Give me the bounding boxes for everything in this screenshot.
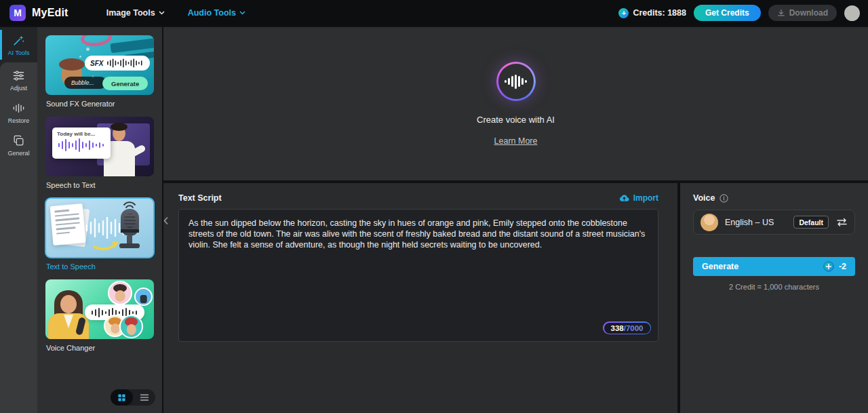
- waveform-icon: [496, 62, 536, 101]
- text-script-panel: Text Script Import As the sun dipped bel…: [163, 183, 677, 413]
- thumbnail-label: Sound FX Generator: [46, 100, 154, 108]
- character-count-badge: 338 /7000: [603, 321, 651, 334]
- brand-name: MyEdit: [32, 7, 68, 19]
- chevron-left-icon: [163, 217, 168, 224]
- avatar-bubble: [108, 281, 132, 305]
- waveform-icon: [106, 58, 144, 68]
- rail-item-ai-tools[interactable]: AI Tools: [0, 27, 37, 62]
- generate-cost: -2: [823, 261, 846, 272]
- swap-voice-icon[interactable]: [836, 218, 848, 227]
- download-label: Download: [789, 8, 828, 18]
- speaker-figure: [113, 126, 125, 141]
- decoration: [110, 38, 154, 54]
- voice-title: Voice: [693, 193, 715, 203]
- thumbnail-voice-changer[interactable]: [45, 279, 154, 339]
- grid-icon: [117, 393, 126, 402]
- view-toggle: [111, 389, 155, 406]
- credits-balance: + Credits: 1888: [618, 8, 686, 18]
- thumbnail-sound-fx-generator[interactable]: SFX Bubble... Generate: [45, 35, 154, 95]
- collapse-sidebar-button[interactable]: [163, 212, 173, 229]
- thumbnail-label: Text to Speech: [46, 262, 154, 271]
- sliders-icon: [12, 69, 25, 82]
- rail-group: Adjust Restore General: [0, 62, 37, 413]
- character-count: 338: [611, 324, 624, 332]
- cloud-upload-icon: [619, 194, 629, 202]
- cost-value: -2: [839, 262, 846, 271]
- script-editor-box: As the sun dipped below the horizon, cas…: [178, 209, 658, 342]
- sound-arcs-icon: [121, 201, 138, 209]
- tool-library: SFX Bubble... Generate Sound FX Generato…: [37, 27, 162, 413]
- rail-item-label: Adjust: [10, 85, 27, 92]
- import-button[interactable]: Import: [619, 193, 658, 203]
- rail-item-restore[interactable]: Restore: [0, 96, 37, 129]
- myedit-logo-icon: M: [9, 5, 26, 21]
- default-badge: Default: [793, 216, 829, 229]
- credit-coin-icon: [823, 261, 834, 272]
- learn-more-link[interactable]: Learn More: [494, 136, 538, 146]
- character-limit: /7000: [624, 324, 644, 332]
- yellow-arrow-icon: [93, 237, 121, 251]
- avatar-bubble: [134, 288, 153, 306]
- rail-item-label: AI Tools: [8, 50, 30, 56]
- menu-image-tools-label: Image Tools: [106, 8, 155, 18]
- bubble-decoration: [79, 56, 81, 58]
- paper-decoration: [50, 203, 86, 245]
- credit-rate-note: 2 Credit = 1,000 characters: [693, 283, 855, 291]
- swim-ring-decoration: [80, 35, 113, 47]
- menu-audio-tools[interactable]: Audio Tools: [188, 8, 245, 18]
- microphone-illustration: [127, 236, 132, 243]
- voice-avatar: [701, 214, 718, 231]
- voice-selector-card[interactable]: English – US Default: [693, 210, 855, 235]
- info-icon[interactable]: [719, 194, 728, 203]
- bubble-decoration: [86, 47, 90, 51]
- thumbnail-text-to-speech[interactable]: [45, 198, 154, 258]
- grid-view-button[interactable]: [111, 389, 133, 406]
- top-navbar: M MyEdit Image Tools Audio Tools + Credi…: [0, 0, 868, 26]
- avatar-bubble: [119, 315, 143, 338]
- copy-layers-icon: [12, 134, 25, 147]
- script-textarea[interactable]: As the sun dipped below the horizon, cas…: [179, 210, 658, 341]
- chevron-down-icon: [159, 11, 165, 15]
- get-credits-button[interactable]: Get Credits: [694, 5, 761, 21]
- magic-wand-icon: [12, 34, 25, 47]
- category-rail: AI Tools Adjust Restore: [0, 27, 37, 413]
- purple-waveform-icon: [57, 137, 106, 153]
- chevron-down-icon: [239, 11, 245, 15]
- list-icon: [140, 393, 149, 401]
- menu-image-tools[interactable]: Image Tools: [106, 8, 165, 18]
- sfx-badge-label: SFX: [90, 60, 103, 67]
- sfx-waveform-pill: SFX: [85, 56, 150, 71]
- list-view-button[interactable]: [133, 389, 155, 406]
- voice-name: English – US: [725, 218, 774, 227]
- caption-text: Today will be...: [57, 131, 106, 137]
- import-label: Import: [633, 193, 658, 203]
- caption-card: Today will be...: [52, 127, 111, 159]
- generate-label: Generate: [702, 262, 738, 271]
- voice-panel: Voice English – US Default: [680, 183, 868, 413]
- microphone-illustration: [119, 243, 140, 248]
- sfx-generate-pill: Generate: [102, 77, 148, 90]
- sfx-prompt-tag: Bubble...: [64, 77, 106, 89]
- rail-item-general[interactable]: General: [0, 129, 37, 161]
- create-voice-hero: Create voice with AI Learn More: [163, 27, 868, 180]
- thumbnail-speech-to-text[interactable]: Today will be...: [45, 117, 154, 176]
- rail-item-label: Restore: [8, 117, 30, 124]
- thumbnail-label: Voice Changer: [46, 344, 154, 352]
- credits-label: Credits: 1888: [633, 8, 686, 18]
- download-icon: [777, 9, 785, 17]
- audio-wave-icon: [12, 102, 25, 115]
- credit-coin-icon: +: [618, 8, 629, 18]
- user-avatar[interactable]: [844, 5, 860, 21]
- thumbnail-label: Speech to Text: [46, 181, 154, 189]
- hero-title: Create voice with AI: [477, 115, 555, 125]
- download-button[interactable]: Download: [768, 5, 837, 21]
- rail-item-adjust[interactable]: Adjust: [0, 64, 37, 96]
- microphone-illustration: [121, 209, 139, 236]
- generate-button[interactable]: Generate -2: [693, 257, 855, 276]
- ai-voice-ring-icon: [496, 62, 536, 101]
- script-title: Text Script: [178, 193, 222, 203]
- menu-audio-tools-label: Audio Tools: [188, 8, 236, 18]
- speaker-figure: [60, 295, 77, 313]
- brand[interactable]: M MyEdit: [9, 5, 68, 21]
- rail-item-label: General: [7, 150, 29, 157]
